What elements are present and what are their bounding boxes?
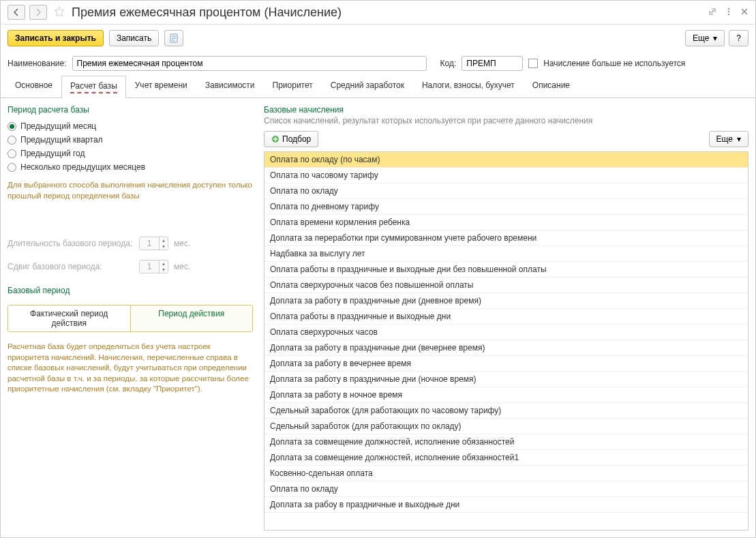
base-accruals-title: Базовые начисления — [264, 105, 749, 115]
list-item[interactable]: Оплата времени кормления ребенка — [264, 215, 748, 230]
list-item[interactable]: Доплата за совмещение должностей, исполн… — [264, 450, 748, 466]
radio-icon — [7, 122, 16, 131]
radio-several-months[interactable]: Несколько предыдущих месяцев — [7, 162, 253, 172]
shift-spinner[interactable]: ▲▼ — [139, 260, 168, 273]
list-item[interactable]: Сдельный заработок (для работающих по ок… — [264, 419, 748, 434]
list-item[interactable]: Оплата по окладу (по часам) — [264, 152, 748, 168]
list-item[interactable]: Доплата за работу в праздничные дни (ноч… — [264, 372, 748, 387]
list-item[interactable]: Сдельный заработок (для работающих по ча… — [264, 403, 748, 419]
seg-actual-period[interactable]: Фактический период действия — [8, 305, 131, 331]
tab-avg[interactable]: Средний заработок — [322, 75, 413, 98]
list-item[interactable]: Оплата сверхурочных часов — [264, 325, 748, 340]
radio-icon — [7, 163, 16, 172]
list-item[interactable]: Оплата по окладу — [264, 183, 748, 199]
plus-icon — [271, 135, 279, 143]
list-item[interactable]: Доплата за совмещение должностей, исполн… — [264, 434, 748, 450]
report-button[interactable] — [164, 30, 183, 46]
unused-label: Начисление больше не используется — [543, 59, 685, 68]
favorite-icon[interactable] — [54, 6, 65, 19]
tab-time[interactable]: Учет времени — [126, 75, 196, 98]
code-label: Код: — [440, 59, 457, 68]
list-item[interactable]: Доплата за переработки при суммированном… — [264, 230, 748, 246]
help-button[interactable]: ? — [729, 30, 749, 46]
forward-button[interactable] — [29, 5, 47, 20]
link-icon[interactable] — [708, 7, 717, 18]
list-item[interactable]: Доплата за работу в праздничные дни (дне… — [264, 293, 748, 309]
save-close-button[interactable]: Записать и закрыть — [7, 30, 104, 46]
list-item[interactable]: Доплата за рабоу в праздничные и выходны… — [264, 497, 748, 513]
close-icon[interactable] — [740, 8, 749, 18]
list-item[interactable]: Оплата по часовому тарифу — [264, 168, 748, 183]
back-button[interactable] — [7, 5, 25, 20]
radio-prev-month[interactable]: Предыдущий месяц — [7, 121, 253, 131]
list-item[interactable]: Косвенно-сдельная оплата — [264, 466, 748, 481]
name-label: Наименование: — [7, 59, 67, 68]
seg-hint: Расчетная база будет определяться без уч… — [7, 342, 253, 395]
svg-point-0 — [728, 8, 729, 9]
radio-icon — [7, 149, 16, 158]
svg-point-1 — [728, 10, 729, 12]
spinner-down-icon[interactable]: ▼ — [160, 243, 168, 250]
pick-button[interactable]: Подбор — [264, 131, 318, 147]
shift-unit: мес. — [174, 262, 190, 271]
duration-unit: мес. — [174, 239, 190, 248]
unused-checkbox[interactable] — [528, 59, 538, 68]
tabs: Основное Расчет базы Учет времени Зависи… — [1, 75, 755, 98]
code-input[interactable] — [462, 56, 523, 71]
save-button[interactable]: Записать — [109, 30, 159, 46]
chevron-down-icon: ▾ — [737, 134, 741, 144]
radio-icon — [7, 136, 16, 145]
menu-icon[interactable] — [724, 7, 734, 18]
name-input[interactable] — [72, 56, 427, 71]
chevron-down-icon: ▾ — [713, 33, 717, 43]
tab-base-calc[interactable]: Расчет базы — [61, 76, 126, 98]
accruals-list[interactable]: Оплата по окладу (по часам)Оплата по час… — [264, 151, 749, 530]
base-period-title: Базовый период — [7, 286, 253, 295]
list-item[interactable]: Оплата по окладу — [264, 481, 748, 497]
list-item[interactable]: Надбавка за выслугу лет — [264, 246, 748, 262]
list-item[interactable]: Доплата за работу в ночное время — [264, 387, 748, 403]
spinner-down-icon[interactable]: ▼ — [160, 267, 168, 273]
radio-hint: Для выбранного способа выполнения начисл… — [7, 180, 253, 201]
base-accruals-subtitle: Список начислений, результат которых исп… — [264, 116, 749, 125]
list-item[interactable]: Оплата сверхурочных часов без повышенной… — [264, 278, 748, 293]
tab-priority[interactable]: Приоритет — [264, 75, 322, 98]
list-more-button[interactable]: Еще ▾ — [709, 131, 749, 147]
list-item[interactable]: Оплата работы в праздничные и выходные д… — [264, 309, 748, 325]
tab-desc[interactable]: Описание — [524, 75, 579, 98]
svg-point-2 — [728, 13, 729, 14]
duration-label: Длительность базового периода: — [7, 239, 134, 248]
duration-input[interactable] — [140, 237, 159, 250]
list-item[interactable]: Доплата за работу в праздничные дни (веч… — [264, 340, 748, 356]
period-title: Период расчета базы — [7, 105, 253, 115]
list-item[interactable]: Доплата за работу в вечернее время — [264, 356, 748, 372]
spinner-up-icon[interactable]: ▲ — [160, 260, 168, 267]
radio-prev-year[interactable]: Предыдущий год — [7, 149, 253, 158]
more-button[interactable]: Еще ▾ — [685, 30, 725, 46]
more-label: Еще — [693, 33, 709, 43]
page-title: Премия ежемесячная процентом (Начисление… — [72, 5, 704, 20]
spinner-up-icon[interactable]: ▲ — [160, 237, 168, 243]
seg-period[interactable]: Период действия — [131, 305, 253, 331]
tab-main[interactable]: Основное — [6, 75, 61, 98]
list-item[interactable]: Оплата работы в праздничные и выходные д… — [264, 262, 748, 278]
shift-label: Сдвиг базового периода: — [7, 262, 134, 271]
list-item[interactable]: Оплата по дневному тарифу — [264, 199, 748, 215]
radio-prev-quarter[interactable]: Предыдущий квартал — [7, 135, 253, 145]
tab-taxes[interactable]: Налоги, взносы, бухучет — [413, 75, 524, 98]
shift-input[interactable] — [140, 260, 159, 273]
duration-spinner[interactable]: ▲▼ — [139, 237, 168, 250]
tab-deps[interactable]: Зависимости — [196, 75, 264, 98]
